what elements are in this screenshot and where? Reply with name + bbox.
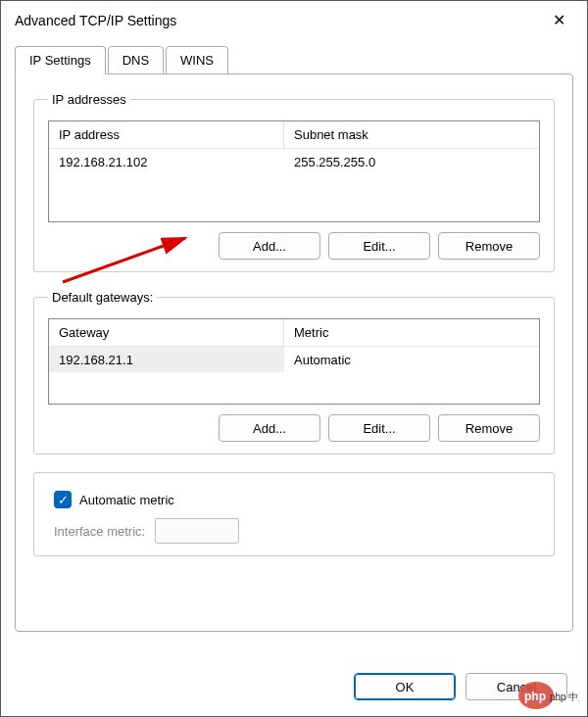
- interface-metric-row: Interface metric:: [54, 518, 540, 544]
- titlebar: Advanced TCP/IP Settings ✕: [1, 1, 587, 40]
- dialog-footer: OK Cancel: [354, 673, 567, 700]
- ip-list-row[interactable]: 192.168.21.102 255.255.255.0: [49, 149, 539, 174]
- gateway-add-button[interactable]: Add...: [219, 414, 320, 442]
- interface-metric-label: Interface metric:: [54, 524, 145, 539]
- cancel-button[interactable]: Cancel: [466, 673, 567, 700]
- group-metric: ✓ Automatic metric Interface metric:: [33, 472, 555, 556]
- col-gateway: Gateway: [49, 319, 284, 346]
- tab-ip-settings[interactable]: IP Settings: [15, 46, 106, 74]
- ip-list-header: IP address Subnet mask: [49, 121, 539, 149]
- automatic-metric-label: Automatic metric: [79, 493, 174, 507]
- gateway-value: 192.168.21.1: [49, 347, 284, 372]
- close-icon[interactable]: ✕: [545, 9, 573, 32]
- gateway-button-row: Add... Edit... Remove: [48, 414, 540, 442]
- gateway-remove-button[interactable]: Remove: [438, 414, 540, 442]
- interface-metric-input[interactable]: [155, 518, 239, 544]
- automatic-metric-checkbox[interactable]: ✓: [54, 491, 72, 508]
- tab-strip: IP Settings DNS WINS: [15, 46, 573, 74]
- col-metric: Metric: [284, 319, 539, 346]
- tab-dns[interactable]: DNS: [108, 46, 164, 74]
- gateway-list-row[interactable]: 192.168.21.1 Automatic: [49, 347, 539, 372]
- checkmark-icon: ✓: [58, 494, 69, 506]
- gateway-list-header: Gateway Metric: [49, 319, 539, 347]
- gateway-edit-button[interactable]: Edit...: [328, 414, 430, 442]
- ip-button-row: Add... Edit... Remove: [48, 232, 540, 260]
- gateway-list[interactable]: Gateway Metric 192.168.21.1 Automatic: [48, 318, 540, 405]
- group-gateways-legend: Default gateways:: [48, 290, 157, 305]
- tab-panel-ip-settings: IP addresses IP address Subnet mask 192.…: [15, 73, 573, 632]
- ip-add-button[interactable]: Add...: [219, 232, 320, 260]
- col-ip-address: IP address: [49, 121, 284, 148]
- window-title: Advanced TCP/IP Settings: [15, 13, 176, 28]
- automatic-metric-row[interactable]: ✓ Automatic metric: [54, 491, 540, 508]
- ok-button[interactable]: OK: [354, 673, 456, 700]
- gateway-metric-value: Automatic: [284, 347, 539, 372]
- group-default-gateways: Default gateways: Gateway Metric 192.168…: [33, 290, 555, 454]
- group-ip-addresses: IP addresses IP address Subnet mask 192.…: [33, 92, 555, 272]
- ip-edit-button[interactable]: Edit...: [328, 232, 430, 260]
- group-ip-addresses-legend: IP addresses: [48, 92, 130, 107]
- ip-remove-button[interactable]: Remove: [438, 232, 540, 260]
- subnet-mask-value: 255.255.255.0: [284, 149, 539, 174]
- content-area: IP Settings DNS WINS IP addresses IP add…: [1, 40, 587, 632]
- col-subnet-mask: Subnet mask: [284, 121, 539, 148]
- ip-address-value: 192.168.21.102: [49, 149, 284, 174]
- tab-wins[interactable]: WINS: [166, 46, 228, 74]
- ip-address-list[interactable]: IP address Subnet mask 192.168.21.102 25…: [48, 120, 540, 222]
- dialog-window: Advanced TCP/IP Settings ✕ IP Settings D…: [0, 0, 588, 717]
